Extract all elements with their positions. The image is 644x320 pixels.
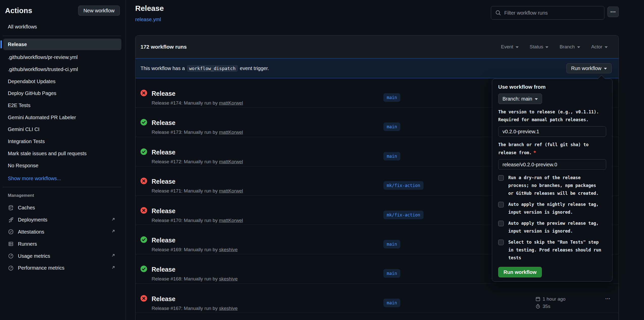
run-status-icon (141, 90, 147, 96)
actions-page: Actions New workflow All workflows Relea… (0, 0, 644, 320)
sidebar-workflow-item[interactable]: .github/workflows/trusted-ci.yml (3, 63, 121, 76)
sidebar-workflow-item[interactable]: Dependabot Updates (3, 75, 121, 87)
chevron-down-icon (577, 46, 580, 48)
actor-link[interactable]: skeshive (219, 306, 238, 311)
run-title-link[interactable]: Release (152, 295, 176, 303)
chevron-down-icon (605, 46, 608, 48)
check-circle-icon (141, 236, 147, 243)
actor-link[interactable]: mattKorwel (219, 100, 243, 106)
run-title-link[interactable]: Release (152, 149, 176, 156)
chevron-down-icon (604, 68, 607, 70)
workflow-file-link[interactable]: release.yml (135, 17, 161, 22)
run-description: Release #169: Manually run by skeshive (152, 247, 238, 252)
version-input[interactable] (498, 126, 606, 137)
workflow-dispatch-banner: This workflow has a workflow_dispatch ev… (135, 58, 619, 78)
sidebar-workflow-item[interactable]: Integration Tests (3, 136, 121, 148)
run-started-time: 1 hour ago (543, 296, 566, 302)
branch-select-button[interactable]: Branch: main (498, 93, 542, 104)
runs-filters: Event Status Branch Actor (501, 44, 608, 50)
runs-filter-dropdown[interactable]: Branch (559, 44, 580, 50)
branch-badge[interactable]: main (383, 152, 400, 161)
sidebar-workflow-item[interactable]: .github/workflows/pr-review.yml (3, 51, 121, 63)
new-workflow-button[interactable]: New workflow (78, 6, 120, 16)
sidebar-item-performance-metrics[interactable]: Performance metrics (3, 262, 121, 274)
ref-input[interactable] (498, 159, 606, 170)
sidebar-item-release-selected[interactable]: Release (3, 39, 121, 50)
run-description: Release #170: Manually run by mattKorwel (152, 218, 243, 223)
actor-link[interactable]: mattKorwel (219, 159, 243, 164)
sidebar-item-runners[interactable]: Runners (3, 238, 121, 250)
checkbox-group: Auto apply the preview release tag, inpu… (498, 219, 606, 235)
filter-workflow-runs-input[interactable] (491, 6, 604, 20)
sidebar-item-usage-metrics[interactable]: Usage metrics (3, 250, 121, 262)
sidebar-workflow-item[interactable]: Gemini CLI CI (3, 123, 121, 136)
workflow-options-kebab-button[interactable]: ⋯ (607, 7, 619, 17)
run-title-link[interactable]: Release (152, 207, 176, 215)
external-link-icon (111, 253, 116, 259)
run-title-link[interactable]: Release (152, 178, 176, 185)
show-more-wrap: Show more workflows... (3, 173, 121, 185)
active-item-accent-bar (1, 40, 2, 48)
sidebar-workflow-item[interactable]: Mark stale issues and pull requests (3, 148, 121, 160)
runs-filter-dropdown[interactable]: Status (530, 44, 549, 50)
branch-badge[interactable]: main (383, 93, 400, 102)
sidebar-workflow-item[interactable]: E2E Tests (3, 100, 121, 112)
actor-link[interactable]: mattKorwel (219, 218, 243, 223)
workflow-dispatch-code: workflow_dispatch (187, 65, 238, 72)
actor-link[interactable]: skeshive (219, 276, 238, 281)
run-duration: 35s (543, 304, 550, 309)
sidebar-item-caches[interactable]: Caches (3, 202, 121, 214)
run-workflow-popover: Use workflow from Branch: main The versi… (492, 79, 612, 282)
sidebar-title: Actions (5, 7, 32, 15)
actor-link[interactable]: skeshive (219, 247, 238, 252)
sidebar-item-all-workflows[interactable]: All workflows (3, 22, 121, 32)
run-workflow-submit-button[interactable]: Run workflow (498, 267, 542, 277)
popover-checkbox-list: Run a dry-run of the release process; no… (498, 174, 606, 262)
sidebar-item-attestations[interactable]: Attestations (3, 226, 121, 238)
actor-link[interactable]: mattKorwel (219, 188, 243, 194)
verified-badge-icon (8, 229, 14, 235)
runs-filter-dropdown[interactable]: Event (501, 44, 519, 50)
run-title-link[interactable]: Release (152, 237, 176, 244)
checkbox[interactable] (498, 240, 504, 245)
run-title-link[interactable]: Release (152, 90, 176, 97)
branch-badge[interactable]: main (383, 269, 400, 278)
run-description: Release #167: Manually run by skeshive (152, 306, 238, 311)
checkbox[interactable] (498, 202, 504, 207)
run-options-kebab-button[interactable]: ⋯ (602, 295, 614, 302)
actor-link[interactable]: mattKorwel (219, 130, 243, 135)
sidebar-item-deployments[interactable]: Deployments (3, 214, 121, 226)
rocket-icon (8, 217, 14, 223)
check-circle-icon (141, 266, 147, 272)
management-item-label: Usage metrics (18, 253, 50, 259)
branch-badge[interactable]: main (383, 122, 400, 131)
sidebar-workflow-item[interactable]: No Response (3, 159, 121, 172)
required-asterisk: * (533, 150, 536, 155)
ref-input-description: The branch or ref (full git sha) to rele… (498, 141, 606, 157)
main-content: Release release.yml ⋯ 172 workflow runs … (126, 0, 644, 320)
branch-badge[interactable]: main (383, 299, 400, 307)
checkbox[interactable] (498, 221, 504, 226)
database-icon (8, 205, 14, 211)
sidebar-workflow-item[interactable]: Deploy GitHub Pages (3, 87, 121, 100)
checkbox[interactable] (498, 175, 504, 181)
runs-filter-dropdown[interactable]: Actor (591, 44, 608, 50)
branch-badge[interactable]: mk/fix-action (383, 181, 424, 190)
branch-badge[interactable]: main (383, 240, 400, 248)
show-more-workflows-link[interactable]: Show more workflows... (3, 173, 121, 185)
sidebar-divider (3, 36, 121, 36)
run-workflow-dropdown-button[interactable]: Run workflow (566, 63, 612, 73)
meter-icon (8, 265, 14, 271)
sidebar-workflow-item[interactable]: Gemini Automated PR Labeler (3, 111, 121, 123)
chevron-down-icon (535, 98, 538, 100)
check-circle-icon (141, 119, 147, 125)
external-link-icon (111, 229, 116, 235)
banner-text-before: This workflow has a (141, 66, 185, 71)
management-item-label: Deployments (18, 217, 47, 223)
run-title-link[interactable]: Release (152, 119, 176, 126)
workflow-list: .github/workflows/pr-review.yml .github/… (3, 51, 121, 172)
checkbox-label: Auto apply the nightly release tag, inpu… (508, 201, 599, 216)
run-title-link[interactable]: Release (152, 266, 176, 273)
run-status-icon (141, 119, 147, 125)
branch-badge[interactable]: mk/fix-action (383, 211, 424, 219)
